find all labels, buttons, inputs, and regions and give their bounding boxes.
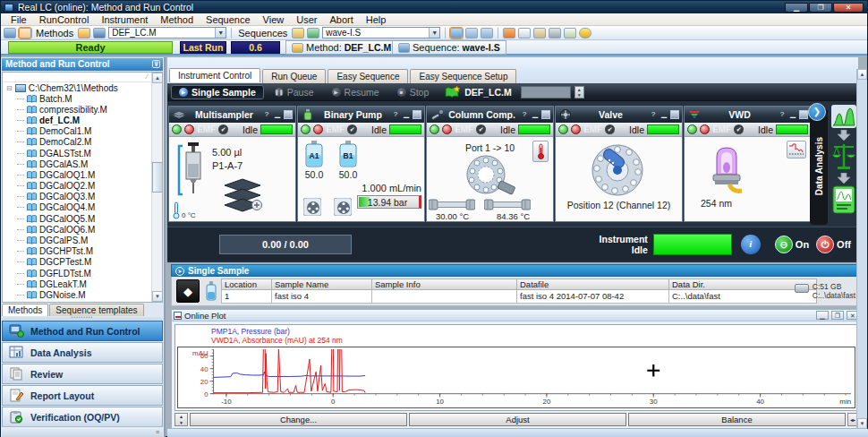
nav-method-run-control[interactable]: Method and Run Control (2, 321, 163, 341)
tree-item[interactable]: DGNPTest.M (3, 301, 162, 303)
menu-item[interactable]: View (257, 14, 291, 25)
chevron-down-icon[interactable]: ▼ (429, 28, 439, 38)
pin-icon[interactable]: ⊽ (152, 60, 160, 68)
menu-item[interactable]: File (4, 14, 33, 25)
tree-item[interactable]: DGCalOQ1.M (3, 169, 162, 180)
tree-item[interactable]: Batch.M (3, 93, 162, 104)
solvent-bottle-b[interactable]: B1 (337, 141, 359, 169)
scroll-down-icon[interactable]: ▼ (857, 418, 867, 429)
lamp-icon[interactable] (702, 144, 753, 198)
selection-valve-icon[interactable] (461, 153, 518, 200)
chromatogram-plot[interactable]: -10010203040min0204060mAU (177, 347, 855, 408)
adjust-button[interactable]: Adjust (409, 413, 626, 426)
tree-item[interactable]: DGFLDTst.M (3, 268, 162, 278)
syringe-icon[interactable] (176, 141, 208, 201)
single-sample-header[interactable]: ➤ Single Sample (171, 264, 860, 277)
tab-run-queue[interactable]: Run Queue (262, 69, 326, 83)
cell-sample-info[interactable] (371, 290, 516, 304)
help-icon[interactable]: ? (262, 110, 271, 119)
tab-instrument-control[interactable]: Instrument Control (169, 68, 260, 82)
method-tab-button[interactable]: DEF_LC.M (439, 86, 517, 99)
minimize-icon[interactable]: ▁ (531, 110, 540, 119)
single-sample-button[interactable]: ▶ Single Sample (171, 85, 264, 99)
resume-button[interactable]: ▶ Resume (325, 85, 387, 99)
save-sequence-icon[interactable] (307, 28, 319, 39)
tree-item[interactable]: DemoCal1.M (3, 126, 162, 137)
check-icon[interactable]: ✔ (476, 124, 486, 134)
instrument-off-button[interactable]: ⏻ Off (816, 236, 851, 253)
nav-verification[interactable]: Verification (OQ/PV) (2, 407, 163, 427)
pump-head-b-icon[interactable] (334, 198, 352, 216)
layout-grid-icon[interactable] (481, 28, 493, 39)
tree-item[interactable]: DGLeakT.M (3, 278, 162, 289)
scale-spinner[interactable]: ▲▼ (174, 413, 188, 426)
help-icon[interactable]: ? (520, 110, 529, 119)
solvent-bottle-a[interactable]: A1 (303, 141, 325, 169)
sequence-status-button[interactable]: Sequence:wave-I.S (392, 40, 506, 55)
valve-wheel-icon[interactable] (590, 142, 645, 198)
power-off-icon[interactable] (313, 124, 323, 134)
tab-methods[interactable]: Methods (2, 304, 48, 316)
maximize-icon[interactable]: ❐ (831, 311, 844, 320)
minimize-icon[interactable]: ▁ (660, 110, 668, 119)
tab-easy-sequence-setup[interactable]: Easy Sequence Setup (410, 69, 516, 83)
nav-review[interactable]: Review (2, 364, 163, 384)
stop-button[interactable]: ■ Stop (390, 85, 437, 99)
col-datafile[interactable]: Datafile (516, 278, 668, 290)
window-icon[interactable] (413, 110, 421, 119)
menu-item[interactable]: Instrument (95, 14, 154, 25)
panel-collapse-strip[interactable]: ≡ (2, 426, 163, 437)
method-status-button[interactable]: Method:DEF_LC.M (285, 40, 397, 55)
instrument-on-button[interactable]: ⊖ On (775, 236, 809, 253)
layout-full-icon[interactable] (450, 28, 463, 39)
power-on-icon[interactable] (687, 124, 697, 134)
minimize-icon[interactable]: ▁ (785, 3, 808, 13)
change-button[interactable]: Change... (190, 413, 407, 426)
tab-easy-sequence[interactable]: Easy Sequence (328, 69, 408, 83)
pause-button[interactable]: ❚❚ Pause (268, 85, 321, 99)
check-icon[interactable]: ✔ (605, 124, 615, 134)
save-method-icon[interactable] (93, 28, 106, 39)
minimize-icon[interactable]: ▁ (816, 311, 829, 320)
power-on-icon[interactable] (301, 124, 311, 134)
tree-item[interactable]: DGALSTst.M (3, 148, 162, 159)
scales-icon[interactable] (832, 142, 855, 171)
pressure-gauge[interactable]: 13.94 bar (357, 195, 421, 209)
window-icon[interactable] (799, 110, 808, 119)
help-icon[interactable]: ? (391, 110, 400, 119)
minimize-icon[interactable]: ▁ (402, 110, 411, 119)
tree-item[interactable]: DGNoise.M (3, 289, 162, 300)
column-left-icon[interactable] (429, 198, 475, 211)
scroll-up-icon[interactable]: ▲ (152, 73, 163, 83)
data-analysis-tab[interactable]: Data Analysis (810, 108, 828, 225)
col-sample-info[interactable]: Sample Info (371, 278, 516, 290)
column-right-icon[interactable] (484, 198, 531, 211)
tree-item[interactable]: DGCalOQ6.M (3, 224, 162, 235)
tree-sort-header[interactable]: ∕ (3, 73, 162, 82)
nav-report-layout[interactable]: Report Layout (2, 385, 163, 406)
copy-icon[interactable] (533, 28, 546, 39)
sequence-combobox[interactable]: wave-I.S ▼ (322, 27, 440, 39)
sample-bottle-icon[interactable] (19, 28, 31, 39)
menu-item[interactable]: Help (360, 14, 393, 25)
tree-item[interactable]: DGCalOQ2.M (3, 181, 162, 192)
emf-label[interactable]: EMF (455, 124, 473, 134)
signature-icon[interactable] (564, 28, 576, 39)
tree-item[interactable]: def_LC.M (3, 115, 162, 125)
balance-button[interactable]: Balance (628, 413, 846, 426)
tree-item[interactable]: DGCalOQ4.M (3, 202, 162, 213)
power-on-icon[interactable] (172, 124, 182, 134)
power-off-icon[interactable] (184, 124, 194, 134)
online-plot-titlebar[interactable]: Online Plot ▁ ❐ ✕ (172, 310, 861, 321)
tree-item[interactable]: DGCPTest.M (3, 257, 162, 268)
method-combobox[interactable]: DEF_LC.M ▼ (108, 27, 226, 39)
minimize-icon[interactable]: ▁ (273, 110, 282, 119)
thermostat-button[interactable] (532, 141, 549, 162)
pump-head-a-icon[interactable] (303, 198, 321, 216)
minimize-icon[interactable]: ▁ (788, 110, 797, 119)
power-off-icon[interactable] (700, 124, 710, 134)
info-icon[interactable]: i (741, 235, 761, 254)
tree-item[interactable]: compressibility.M (3, 104, 162, 115)
tree-item[interactable]: DGCHPTst.M (3, 246, 162, 257)
chevron-down-icon[interactable]: ▼ (215, 28, 226, 38)
